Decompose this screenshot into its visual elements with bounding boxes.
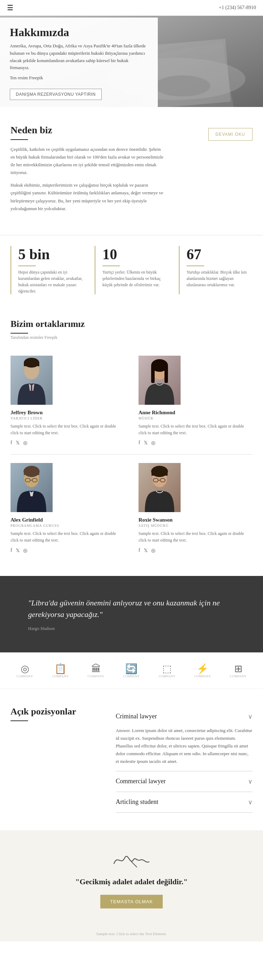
partner-title-0: YARATICI LİDER <box>11 416 124 420</box>
partner-title-2: PROGRAMLAMA GURUSU <box>11 524 124 528</box>
accordion-title-0: Criminal lawyer <box>116 713 157 720</box>
phone-number: +1 (234) 567-8910 <box>219 5 256 11</box>
stat-desc-1: Yurtiçi yerler. Ülkenin en büyük şehirle… <box>102 269 168 288</box>
logo-label-4: COMPANY <box>159 675 176 678</box>
neden-biz-title: Neden biz <box>11 124 165 136</box>
stat-item-0: 5 bin Hepsi dünya çapındaki en iyi kurum… <box>11 246 84 294</box>
partner-title-3: SATIŞ MÜDÜRÜ <box>139 524 245 528</box>
signature-svg <box>110 848 153 869</box>
logo-1: 📋 COMPANY <box>52 663 69 678</box>
logo-label-1: COMPANY <box>52 675 69 678</box>
partner-image-0 <box>11 356 53 405</box>
twitter-icon-2[interactable]: 𝕏 <box>16 547 20 554</box>
neden-biz-divider <box>11 139 28 140</box>
open-positions-left: Açık pozisyonlar <box>11 706 102 813</box>
logos-bar: ◎ COMPANY 📋 COMPANY 🏛 COMPANY 🔄 COMPANY … <box>0 652 263 689</box>
partner-image-1 <box>139 356 180 405</box>
open-positions-divider <box>11 721 28 721</box>
svg-rect-25 <box>151 471 167 476</box>
accordion-chevron-2: ∨ <box>248 798 252 806</box>
social-icons-2: f 𝕏 ◎ <box>11 547 124 554</box>
partner-name-3: Roxie Swanson <box>139 517 245 523</box>
hero-section: Hakkımızda Amerika, Avrupa, Orta Doğu, A… <box>0 16 263 107</box>
contact-button[interactable]: TEMASTA OLMAK <box>100 895 163 908</box>
partner-name-0: Jeffrey Brown <box>11 410 124 416</box>
accordion-header-0[interactable]: Criminal lawyer ∨ <box>116 706 252 727</box>
partner-image-3 <box>139 463 180 512</box>
logo-5: ⚡ COMPANY <box>194 663 211 678</box>
svg-rect-13 <box>151 366 155 383</box>
quote-author: Hargo Hudson <box>28 626 235 632</box>
stat-desc-0: Hepsi dünya çapındaki en iyi kurumlardan… <box>18 269 84 294</box>
stat-item-2: 67 Yurtdışı ortaklıklar. Birçok ülke kıt… <box>179 246 252 294</box>
stat-value-0: 5 bin <box>18 246 84 263</box>
facebook-icon-0[interactable]: f <box>11 440 12 446</box>
facebook-icon-1[interactable]: f <box>139 440 140 446</box>
hero-overlay: Hakkımızda Amerika, Avrupa, Orta Doğu, A… <box>0 18 158 107</box>
twitter-icon-1[interactable]: 𝕏 <box>144 440 148 446</box>
twitter-icon-3[interactable]: 𝕏 <box>144 547 148 554</box>
accordion-header-1[interactable]: Commercial lawyer ∨ <box>116 771 252 792</box>
instagram-icon-1[interactable]: ◎ <box>151 440 155 446</box>
facebook-icon-3[interactable]: f <box>139 547 140 554</box>
logo-2: 🏛 COMPANY <box>88 663 105 678</box>
stat-value-1: 10 <box>102 246 168 263</box>
devami-button[interactable]: DEVAMI OKU <box>208 128 252 141</box>
neden-biz-p2: Hukuk ekibimiz, müşterilerimizin ve çalı… <box>11 181 165 212</box>
svg-rect-9 <box>24 362 39 366</box>
open-positions-right: Criminal lawyer ∨ Answer. Lorem ipsum do… <box>116 706 252 813</box>
logo-icon-0: ◎ <box>16 663 33 675</box>
accordion-body-0: Answer. Lorem ipsum dolor sit amet, cons… <box>116 727 252 771</box>
footer-sample: Sample text. Click to select the Text El… <box>0 926 263 942</box>
partner-name-2: Alex Grinfield <box>11 517 124 523</box>
twitter-icon-0[interactable]: 𝕏 <box>16 440 20 446</box>
hero-description: Amerika, Avrupa, Orta Doğu, Afrika ve As… <box>10 43 148 72</box>
logo-label-5: COMPANY <box>194 675 211 678</box>
partners-title: Bizim ortaklarımız <box>11 319 252 329</box>
hero-title: Hakkımızda <box>10 26 148 39</box>
instagram-icon-3[interactable]: ◎ <box>151 547 155 554</box>
accordion-item-2: Articling student ∨ <box>116 792 252 813</box>
partner-desc-1: Sample text. Click to select the text bo… <box>139 423 245 436</box>
partner-name-1: Anne Richmond <box>139 410 245 416</box>
svg-rect-7 <box>31 385 32 391</box>
partner-image-2 <box>11 463 53 512</box>
partner-desc-3: Sample text. Click to select the text bo… <box>139 530 245 544</box>
stat-item-1: 10 Yurtiçi yerler. Ülkenin en büyük şehi… <box>95 246 168 294</box>
partners-divider <box>11 333 28 334</box>
logo-4: ⬚ COMPANY <box>159 663 176 678</box>
svg-rect-14 <box>164 366 168 383</box>
accordion-content-0: Answer. Lorem ipsum dolor sit amet, cons… <box>116 727 252 765</box>
quote-dark-section: "Libra'da güvenin önemini anlıyoruz ve o… <box>0 576 263 652</box>
logo-label-0: COMPANY <box>16 675 33 678</box>
consultation-button[interactable]: DANIŞMA REZERVASYONU YAPTIRIN <box>10 89 102 100</box>
accordion-header-2[interactable]: Articling student ∨ <box>116 792 252 812</box>
instagram-icon-2[interactable]: ◎ <box>23 547 27 554</box>
partner-card-3: Roxie Swanson SATIŞ MÜDÜRÜ Sample text. … <box>132 455 252 562</box>
accordion-item-0: Criminal lawyer ∨ Answer. Lorem ipsum do… <box>116 706 252 771</box>
partner-desc-2: Sample text. Click to select the text bo… <box>11 530 124 544</box>
logo-3: 🔄 COMPANY <box>123 663 140 678</box>
partner-title-1: MÜDÜR <box>139 416 245 420</box>
logo-icon-2: 🏛 <box>88 663 105 675</box>
stat-value-2: 67 <box>186 246 252 263</box>
logo-label-2: COMPANY <box>88 675 105 678</box>
hamburger-menu[interactable]: ☰ <box>7 3 13 12</box>
social-icons-3: f 𝕏 ◎ <box>139 547 245 554</box>
partner-photo-0 <box>11 356 53 405</box>
bottom-quote-text: "Gecikmiş adalet adalet değildir." <box>11 877 252 886</box>
accordion-chevron-0: ∨ <box>248 713 252 721</box>
logo-icon-1: 📋 <box>52 663 69 675</box>
facebook-icon-2[interactable]: f <box>11 547 12 554</box>
svg-point-4 <box>154 75 210 97</box>
partners-subtitle: Tarafından resimler Freepik <box>11 335 252 340</box>
instagram-icon-0[interactable]: ◎ <box>23 440 27 446</box>
logo-label-3: COMPANY <box>123 675 140 678</box>
logo-icon-5: ⚡ <box>194 663 211 675</box>
partner-card-1: Anne Richmond MÜDÜR Sample text. Click t… <box>132 348 252 455</box>
open-positions-section: Açık pozisyonlar Criminal lawyer ∨ Answe… <box>0 689 263 830</box>
neden-biz-cta: DEVAMI OKU <box>175 124 252 218</box>
stat-desc-2: Yurtdışı ortaklıklar. Birçok ülke kıtı a… <box>186 269 252 288</box>
partner-photo-3 <box>139 463 180 512</box>
top-bar: ☰ +1 (234) 567-8910 <box>0 0 263 16</box>
